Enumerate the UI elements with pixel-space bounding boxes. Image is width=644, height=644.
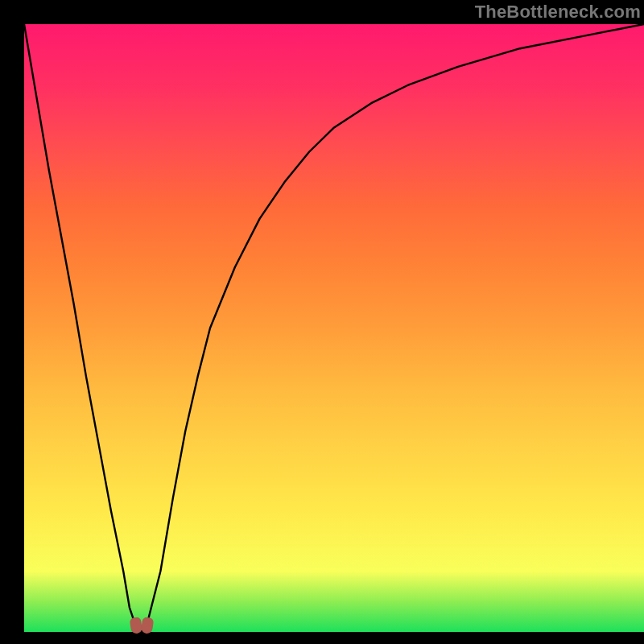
curve-minimum-marker <box>130 617 153 634</box>
bottleneck-curve <box>0 0 644 644</box>
